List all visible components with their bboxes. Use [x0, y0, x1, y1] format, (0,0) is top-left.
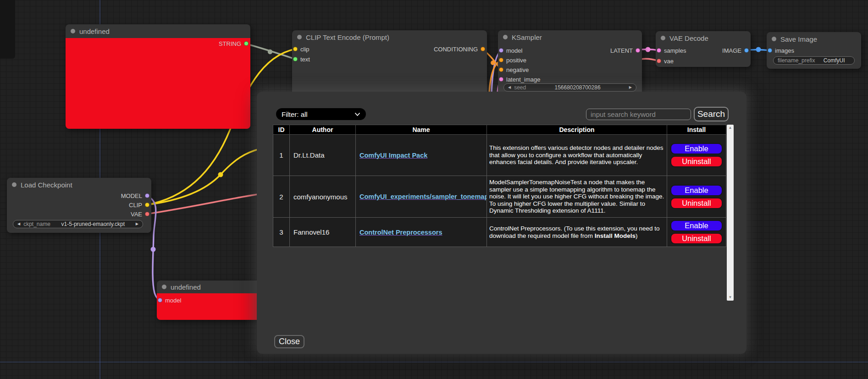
cell-description: ModelSamplerTonemapNoiseTest a node that…	[487, 176, 667, 218]
input-slot-text[interactable]: text	[293, 56, 310, 62]
slot-dot-text[interactable]	[293, 57, 298, 61]
collapse-dot-icon[interactable]	[12, 182, 17, 187]
uninstall-button[interactable]: Uninstall	[670, 198, 723, 209]
table-row: 2 comfyanonymous ComfyUI_experiments/sam…	[273, 176, 726, 218]
table-header-row: ID Author Name Description Install	[273, 125, 726, 135]
node-title: Save Image	[780, 35, 817, 43]
node-title: VAE Decode	[669, 34, 708, 42]
extension-link[interactable]: ControlNet Preprocessors	[359, 229, 442, 236]
input-slot-samples[interactable]: samples	[657, 47, 686, 54]
cell-id: 1	[273, 135, 290, 176]
extension-link[interactable]: ComfyUI Impact Pack	[359, 152, 427, 159]
node-title-bar[interactable]: KSampler	[498, 30, 642, 44]
input-slot-latent-image[interactable]: latent_image	[499, 76, 540, 82]
ckpt-name-widget[interactable]: ◀ ckpt_name v1-5-pruned-emaonly.ckpt ▶	[13, 220, 143, 228]
output-slot-image[interactable]: IMAGE	[722, 47, 749, 54]
uninstall-button[interactable]: Uninstall	[670, 233, 723, 244]
collapse-dot-icon[interactable]	[661, 36, 665, 40]
scroll-up-icon[interactable]: ▲	[727, 126, 734, 130]
table-scrollbar[interactable]: ▲ ▼	[727, 125, 734, 301]
node-title-bar[interactable]: VAE Decode	[656, 31, 751, 45]
node-title-bar[interactable]: CLIP Text Encode (Prompt)	[292, 30, 487, 44]
slot-dot-image[interactable]	[744, 48, 749, 53]
output-slot-model[interactable]: MODEL	[121, 192, 149, 199]
wire-vae-out	[147, 193, 264, 214]
slot-dot-negative[interactable]	[499, 67, 503, 72]
extension-manager-dialog: Filter: all Search ID Author Name Descri…	[257, 92, 746, 354]
slot-dot-vae[interactable]	[657, 59, 661, 63]
arrow-left-icon[interactable]: ◀	[17, 222, 20, 226]
collapse-dot-icon[interactable]	[71, 29, 75, 33]
extensions-table: ID Author Name Description Install 1 Dr.…	[273, 125, 724, 247]
arrow-left-icon[interactable]: ◀	[508, 86, 511, 89]
node-title-bar[interactable]: undefined	[66, 24, 250, 38]
node-title: KSampler	[512, 33, 542, 41]
search-button[interactable]: Search	[694, 107, 729, 121]
node-ksampler[interactable]: KSampler model positive negative latent_…	[498, 30, 642, 99]
output-slot-string[interactable]: STRING	[219, 40, 249, 47]
slot-dot-samples[interactable]	[657, 48, 661, 53]
comfyui-canvas[interactable]: undefined STRING CLIP Text Encode (Promp…	[0, 0, 868, 379]
cell-description: This extension offers various detector n…	[487, 135, 667, 176]
filter-select[interactable]: Filter: all	[276, 108, 366, 120]
table-row: 1 Dr.Lt.Data ComfyUI Impact Pack This ex…	[273, 135, 726, 176]
filter-select-value: Filter: all	[282, 110, 308, 118]
node-title-bar[interactable]: Load Checkpoint	[7, 178, 151, 192]
input-slot-vae[interactable]: vae	[657, 58, 674, 64]
slot-dot-images[interactable]	[768, 48, 772, 53]
node-undefined-top[interactable]: undefined STRING	[66, 24, 250, 129]
search-input[interactable]	[586, 109, 691, 120]
cell-id: 3	[273, 218, 290, 247]
close-button[interactable]: Close	[274, 335, 304, 348]
header-author: Author	[290, 125, 356, 135]
output-slot-latent[interactable]: LATENT	[610, 47, 640, 54]
slot-dot-model-out[interactable]	[145, 193, 149, 198]
collapse-dot-icon[interactable]	[297, 35, 302, 39]
slot-dot-string[interactable]	[244, 41, 249, 46]
collapse-dot-icon[interactable]	[772, 37, 776, 41]
node-title: Load Checkpoint	[21, 181, 72, 189]
extension-link[interactable]: ComfyUI_experiments/sampler_tonemap	[359, 193, 487, 200]
header-name: Name	[356, 125, 487, 135]
enable-button[interactable]: Enable	[670, 220, 723, 231]
enable-button[interactable]: Enable	[670, 185, 723, 196]
arrow-right-icon[interactable]: ▶	[136, 222, 138, 226]
node-title-bar[interactable]: Save Image	[767, 32, 861, 46]
slot-dot-positive[interactable]	[499, 58, 503, 62]
wire-dot	[646, 47, 651, 52]
output-slot-vae[interactable]: VAE	[131, 211, 149, 217]
filename-prefix-widget[interactable]: filename_prefix ComfyUI	[773, 56, 855, 65]
offscreen-node-fragment	[0, 0, 15, 59]
header-description: Description	[487, 125, 667, 135]
slot-dot-clip[interactable]	[293, 47, 298, 51]
slot-dot-vae-out[interactable]	[145, 212, 149, 216]
node-load-checkpoint[interactable]: Load Checkpoint MODEL CLIP VAE ◀ ckpt_na…	[7, 178, 151, 233]
slot-dot-latent-image[interactable]	[499, 77, 503, 82]
wire-dot	[151, 247, 156, 252]
input-slot-positive[interactable]: positive	[499, 57, 526, 63]
uninstall-button[interactable]: Uninstall	[670, 156, 723, 167]
node-vae-decode[interactable]: VAE Decode samples vae IMAGE	[656, 31, 751, 67]
input-slot-images[interactable]: images	[768, 47, 794, 54]
cell-description: ControlNet Preprocessors. (To use this e…	[487, 218, 667, 247]
enable-button[interactable]: Enable	[670, 143, 723, 154]
node-save-image[interactable]: Save Image images filename_prefix ComfyU…	[767, 32, 861, 69]
collapse-dot-icon[interactable]	[162, 285, 166, 289]
slot-dot-clip-out[interactable]	[145, 203, 149, 207]
arrow-right-icon[interactable]: ▶	[629, 86, 632, 89]
slot-dot-conditioning[interactable]	[481, 47, 485, 51]
output-slot-conditioning[interactable]: CONDITIONING	[434, 46, 485, 52]
input-slot-model[interactable]: model	[499, 47, 522, 54]
slot-dot-model[interactable]	[499, 48, 503, 53]
scroll-down-icon[interactable]: ▼	[727, 296, 734, 299]
input-slot-clip[interactable]: clip	[293, 46, 310, 52]
collapse-dot-icon[interactable]	[503, 35, 508, 39]
wire-dot	[268, 49, 272, 54]
seed-widget[interactable]: ◀ seed 156680208700286 ▶	[503, 83, 636, 92]
output-slot-clip[interactable]: CLIP	[129, 202, 149, 208]
slot-dot-model[interactable]	[158, 298, 162, 302]
slot-dot-latent[interactable]	[636, 48, 640, 53]
input-slot-negative[interactable]: negative	[499, 66, 529, 73]
cell-author: Fannovel16	[290, 218, 356, 247]
input-slot-model[interactable]: model	[158, 297, 181, 303]
